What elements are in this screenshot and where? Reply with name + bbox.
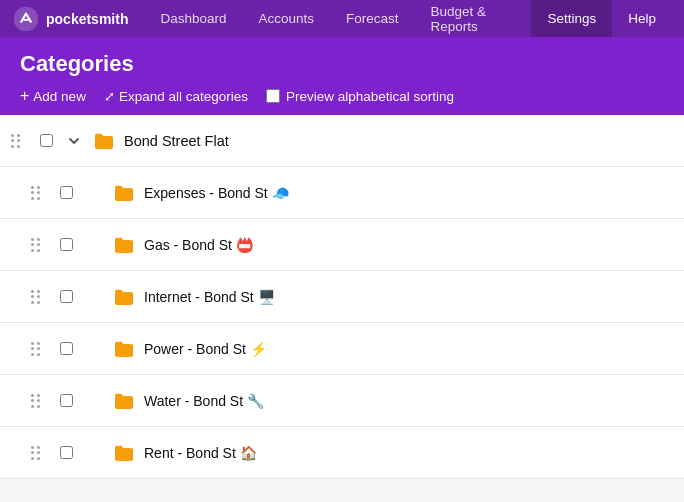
- folder-icon: [108, 236, 140, 254]
- row-checkbox-col: [52, 394, 80, 407]
- row-label: Bond Street Flat: [120, 133, 684, 149]
- row-checkbox-col: [52, 342, 80, 355]
- folder-icon: [88, 132, 120, 150]
- row-checkbox-col: [52, 238, 80, 251]
- expand-all-button[interactable]: ⤢ Expand all categories: [104, 89, 248, 104]
- drag-handle[interactable]: [0, 134, 32, 148]
- folder-icon: [108, 184, 140, 202]
- row-checkbox-col: [52, 446, 80, 459]
- category-row: Water - Bond St 🔧: [0, 375, 684, 427]
- row-checkbox-col: [32, 134, 60, 147]
- category-row: Gas - Bond St 📛: [0, 219, 684, 271]
- preview-sort-label[interactable]: Preview alphabetical sorting: [266, 89, 454, 104]
- row-checkbox[interactable]: [60, 342, 73, 355]
- logo-icon: [12, 5, 40, 33]
- row-checkbox[interactable]: [60, 394, 73, 407]
- row-checkbox[interactable]: [40, 134, 53, 147]
- drag-handle[interactable]: [20, 238, 52, 252]
- category-list: Bond Street Flat Expenses - Bond St 🧢: [0, 115, 684, 479]
- category-row: Power - Bond St ⚡: [0, 323, 684, 375]
- folder-icon: [108, 288, 140, 306]
- chevron-down-icon: [68, 135, 80, 147]
- brand-name: pocketsmith: [46, 11, 128, 27]
- toolbar: + Add new ⤢ Expand all categories Previe…: [20, 87, 664, 105]
- nav-dashboard[interactable]: Dashboard: [144, 0, 242, 37]
- nav-settings[interactable]: Settings: [531, 0, 612, 37]
- preview-sort-checkbox[interactable]: [266, 89, 280, 103]
- row-checkbox-col: [52, 290, 80, 303]
- row-checkbox-col: [52, 186, 80, 199]
- category-row: Bond Street Flat: [0, 115, 684, 167]
- navbar: pocketsmith Dashboard Accounts Forecast …: [0, 0, 684, 37]
- category-row: Expenses - Bond St 🧢: [0, 167, 684, 219]
- drag-handle[interactable]: [20, 342, 52, 356]
- category-row: Internet - Bond St 🖥️: [0, 271, 684, 323]
- row-checkbox[interactable]: [60, 290, 73, 303]
- nav-links: Dashboard Accounts Forecast Budget & Rep…: [144, 0, 672, 37]
- folder-icon: [108, 444, 140, 462]
- row-label: Rent - Bond St 🏠: [140, 445, 684, 461]
- folder-icon: [108, 340, 140, 358]
- row-checkbox[interactable]: [60, 446, 73, 459]
- nav-forecast[interactable]: Forecast: [330, 0, 415, 37]
- drag-handle[interactable]: [20, 290, 52, 304]
- row-label: Gas - Bond St 📛: [140, 237, 684, 253]
- brand-logo[interactable]: pocketsmith: [12, 5, 128, 33]
- drag-handle[interactable]: [20, 394, 52, 408]
- plus-icon: +: [20, 87, 29, 105]
- drag-handle[interactable]: [20, 186, 52, 200]
- category-row: Rent - Bond St 🏠: [0, 427, 684, 479]
- row-label: Expenses - Bond St 🧢: [140, 185, 684, 201]
- page-header: Categories + Add new ⤢ Expand all catego…: [0, 37, 684, 115]
- page-title: Categories: [20, 51, 664, 77]
- nav-help[interactable]: Help: [612, 0, 672, 37]
- chevron-col[interactable]: [60, 135, 88, 147]
- row-label: Internet - Bond St 🖥️: [140, 289, 684, 305]
- nav-accounts[interactable]: Accounts: [243, 0, 331, 37]
- drag-handle[interactable]: [20, 446, 52, 460]
- row-label: Power - Bond St ⚡: [140, 341, 684, 357]
- nav-budget-reports[interactable]: Budget & Reports: [415, 0, 532, 37]
- expand-icon: ⤢: [104, 89, 115, 104]
- row-checkbox[interactable]: [60, 186, 73, 199]
- add-new-button[interactable]: + Add new: [20, 87, 86, 105]
- row-label: Water - Bond St 🔧: [140, 393, 684, 409]
- folder-icon: [108, 392, 140, 410]
- row-checkbox[interactable]: [60, 238, 73, 251]
